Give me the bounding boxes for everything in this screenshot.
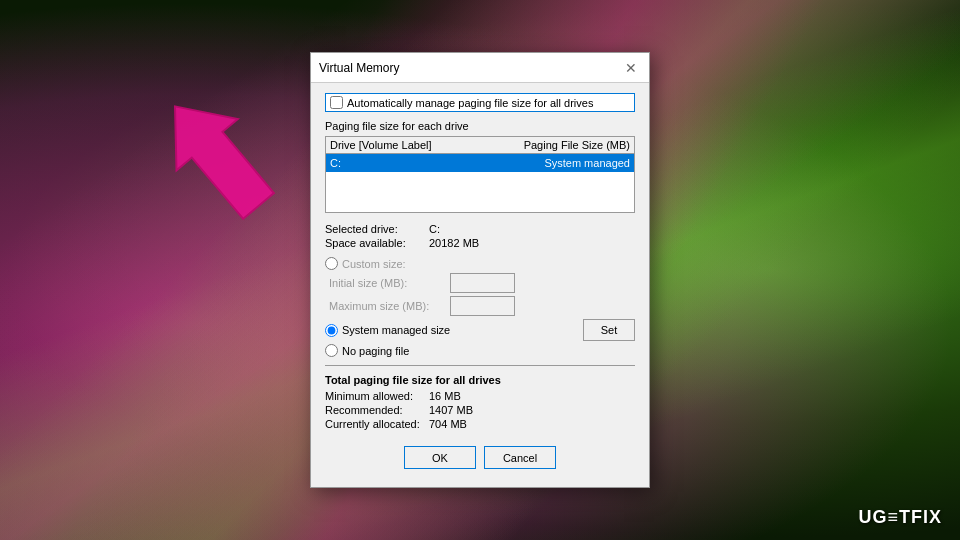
divider: [325, 365, 635, 366]
system-managed-label: System managed size: [342, 324, 450, 336]
dialog-overlay: Virtual Memory ✕ Automatically manage pa…: [310, 52, 650, 488]
drive-table-empty: [326, 172, 634, 212]
size-cell: System managed: [544, 157, 630, 169]
selected-drive-row: Selected drive: C:: [325, 223, 635, 235]
auto-manage-checkbox[interactable]: [330, 96, 343, 109]
auto-manage-checkbox-row[interactable]: Automatically manage paging file size fo…: [325, 93, 635, 112]
initial-size-row: Initial size (MB):: [329, 273, 635, 293]
system-managed-radio[interactable]: [325, 324, 338, 337]
no-paging-radio[interactable]: [325, 344, 338, 357]
minimum-value: 16 MB: [429, 390, 461, 402]
total-info: Minimum allowed: 16 MB Recommended: 1407…: [325, 390, 635, 430]
recommended-value: 1407 MB: [429, 404, 473, 416]
dialog-title: Virtual Memory: [319, 61, 399, 75]
recommended-label: Recommended:: [325, 404, 425, 416]
dialog-titlebar: Virtual Memory ✕: [311, 53, 649, 83]
no-paging-label: No paging file: [342, 345, 409, 357]
col-drive-header: Drive [Volume Label]: [330, 139, 524, 151]
selected-drive-value: C:: [429, 223, 440, 235]
custom-size-radio[interactable]: [325, 257, 338, 270]
initial-size-label: Initial size (MB):: [329, 277, 444, 289]
dialog-body: Automatically manage paging file size fo…: [311, 83, 649, 487]
drive-info: Selected drive: C: Space available: 2018…: [325, 223, 635, 249]
drive-cell: C:: [330, 157, 544, 169]
space-available-row: Space available: 20182 MB: [325, 237, 635, 249]
paging-section-label: Paging file size for each drive: [325, 120, 635, 132]
minimum-label: Minimum allowed:: [325, 390, 425, 402]
system-managed-radio-row: System managed size: [325, 324, 450, 337]
currently-value: 704 MB: [429, 418, 467, 430]
set-button[interactable]: Set: [583, 319, 635, 341]
maximum-size-row: Maximum size (MB):: [329, 296, 635, 316]
close-button[interactable]: ✕: [621, 58, 641, 78]
virtual-memory-dialog: Virtual Memory ✕ Automatically manage pa…: [310, 52, 650, 488]
drive-table-header: Drive [Volume Label] Paging File Size (M…: [326, 137, 634, 154]
total-section-label: Total paging file size for all drives: [325, 374, 635, 386]
ok-button[interactable]: OK: [404, 446, 476, 469]
maximum-size-input[interactable]: [450, 296, 515, 316]
space-available-label: Space available:: [325, 237, 425, 249]
selected-drive-label: Selected drive:: [325, 223, 425, 235]
drive-table: Drive [Volume Label] Paging File Size (M…: [325, 136, 635, 213]
cancel-button[interactable]: Cancel: [484, 446, 556, 469]
auto-manage-label: Automatically manage paging file size fo…: [347, 97, 593, 109]
maximum-size-label: Maximum size (MB):: [329, 300, 444, 312]
system-managed-row: System managed size Set: [325, 319, 635, 341]
col-size-header: Paging File Size (MB): [524, 139, 630, 151]
currently-label: Currently allocated:: [325, 418, 425, 430]
space-available-value: 20182 MB: [429, 237, 479, 249]
currently-row: Currently allocated: 704 MB: [325, 418, 635, 430]
radio-section: Custom size: Initial size (MB): Maximum …: [325, 257, 635, 357]
custom-size-row: Custom size:: [325, 257, 635, 270]
watermark: UG≡TFIX: [859, 507, 943, 528]
custom-size-label: Custom size:: [342, 258, 406, 270]
no-paging-row: No paging file: [325, 344, 635, 357]
initial-size-input[interactable]: [450, 273, 515, 293]
minimum-row: Minimum allowed: 16 MB: [325, 390, 635, 402]
drive-table-row[interactable]: C: System managed: [326, 154, 634, 172]
dialog-footer: OK Cancel: [325, 438, 635, 473]
recommended-row: Recommended: 1407 MB: [325, 404, 635, 416]
